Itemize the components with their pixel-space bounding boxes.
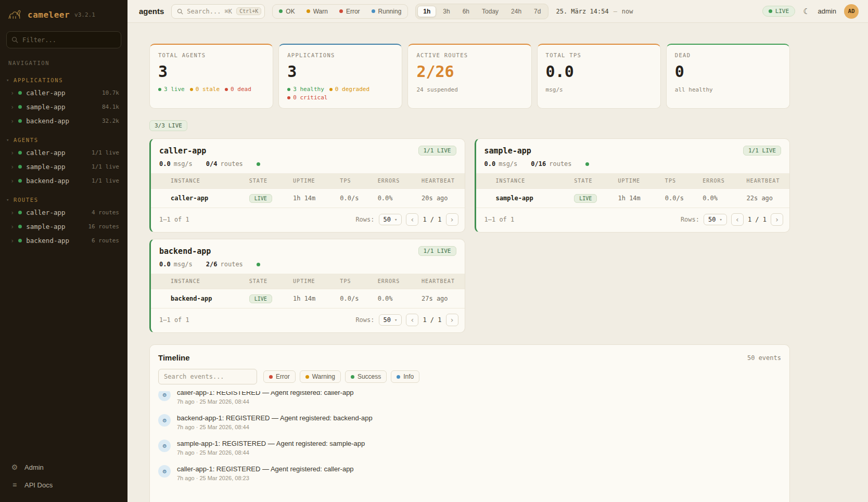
filter-chip-label: Warn <box>313 8 328 15</box>
api-docs-link[interactable]: ≡ API Docs <box>0 476 127 494</box>
timeline-event: ⚙ caller-app-1: REGISTERED — Agent regis… <box>150 460 789 486</box>
stat-title: APPLICATIONS <box>287 52 393 58</box>
range-3h[interactable]: 3h <box>437 6 455 17</box>
stat-value: 0.0 <box>546 63 652 80</box>
instances-table: INSTANCE STATE UPTIME TPS ERRORS HEARTBE… <box>151 274 465 308</box>
status-dot <box>18 165 22 169</box>
range-6h[interactable]: 6h <box>457 6 475 17</box>
sidebar-filter-input[interactable] <box>6 31 121 48</box>
page-indicator: 1 / 1 <box>423 316 441 324</box>
cell-uptime: 1h 14m <box>614 189 660 208</box>
cell-uptime: 1h 14m <box>289 189 336 208</box>
rows-label: Rows: <box>681 216 699 223</box>
sidebar-item-caller-app-agent[interactable]: › caller-app 1/1 live <box>0 146 127 160</box>
timeline-chip-info[interactable]: Info <box>391 370 419 383</box>
range-24h[interactable]: 24h <box>505 6 527 17</box>
admin-link[interactable]: ⚙ Admin <box>0 458 127 476</box>
range-1h[interactable]: 1h <box>417 6 436 17</box>
filter-chip-ok[interactable]: OK <box>274 6 299 17</box>
table-row[interactable]: caller-app LIVE 1h 14m 0.0/s 0.0% 20s ag… <box>151 189 465 208</box>
timeline-search-input[interactable] <box>158 369 257 384</box>
stat-title: TOTAL AGENTS <box>158 52 264 58</box>
search-icon <box>11 36 18 43</box>
range-dash: — <box>614 8 617 15</box>
app-card-sample-app: sample-app 1/1 LIVE 0.0 msg/s 0/16 route… <box>475 138 790 233</box>
next-page-button[interactable]: › <box>446 213 458 226</box>
sidebar-item-backend-app[interactable]: › backend-app 32.2k <box>0 114 127 128</box>
filter-chip-warn[interactable]: Warn <box>302 6 333 17</box>
timeline-chip-error[interactable]: Error <box>263 370 296 383</box>
rows-per-page-select[interactable]: 50 ▾ <box>379 314 402 326</box>
rows-per-page-select[interactable]: 50 ▾ <box>704 214 727 225</box>
app-card-title[interactable]: caller-app <box>159 146 206 156</box>
timeline-filters: Error Warning Success Info <box>150 369 789 391</box>
app-card-title[interactable]: backend-app <box>159 247 211 256</box>
status-dot <box>287 88 290 91</box>
next-page-button[interactable]: › <box>446 314 458 326</box>
sidebar-item-backend-app-routes[interactable]: › backend-app 6 routes <box>0 234 127 248</box>
sidebar-item-badge: 6 routes <box>92 237 119 244</box>
filter-chip-error[interactable]: Error <box>335 6 365 17</box>
sidebar-item-sample-app[interactable]: › sample-app 84.1k <box>0 100 127 114</box>
tps-unit: msg/s <box>499 160 517 168</box>
timeline-chip-warning[interactable]: Warning <box>300 370 341 383</box>
rows-per-page-select[interactable]: 50 ▾ <box>379 214 402 225</box>
app-logo[interactable]: cameleer v3.2.1 <box>0 0 127 25</box>
range-7d[interactable]: 7d <box>528 6 546 17</box>
caret-down-icon: ▾ <box>719 217 722 222</box>
sidebar-item-caller-app-routes[interactable]: › caller-app 4 routes <box>0 205 127 220</box>
live-status-badge: LIVE <box>762 6 796 17</box>
event-text: backend-app-1: REGISTERED — Agent regist… <box>177 414 373 422</box>
section-header-applications[interactable]: ▾ APPLICATIONS <box>0 74 127 86</box>
search-input[interactable] <box>187 8 233 15</box>
dark-mode-toggle[interactable]: ☾ <box>803 7 810 16</box>
sidebar-item-sample-app-agent[interactable]: › sample-app 1/1 live <box>0 160 127 174</box>
timeline-events-scroll[interactable]: ⚙ caller-app-1: REGISTERED — Agent regis… <box>150 391 789 486</box>
prev-page-button[interactable]: ‹ <box>406 213 418 226</box>
app-name: cameleer <box>28 10 70 20</box>
sidebar-item-sample-app-routes[interactable]: › sample-app 16 routes <box>0 220 127 234</box>
pagination-count: 1–1 of 1 <box>484 216 515 223</box>
rows-value: 50 <box>384 316 391 324</box>
prev-page-button[interactable]: ‹ <box>731 213 744 226</box>
table-row[interactable]: backend-app LIVE 1h 14m 0.0/s 0.0% 27s a… <box>151 289 465 308</box>
section-header-agents[interactable]: ▾ AGENTS <box>0 134 127 146</box>
prev-page-button[interactable]: ‹ <box>406 314 418 326</box>
section-title-label: APPLICATIONS <box>14 77 63 83</box>
stat-card-active-routes: ACTIVE ROUTES 2/26 24 suspended <box>407 44 531 109</box>
avatar[interactable]: AD <box>844 4 859 19</box>
cell-tps: 0.0/s <box>661 189 698 208</box>
sidebar-footer: ⚙ Admin ≡ API Docs <box>0 454 127 502</box>
stat-value: 3 <box>287 63 393 80</box>
rows-value: 50 <box>384 216 391 223</box>
sidebar-item-label: backend-app <box>26 237 69 244</box>
column-header: INSTANCE <box>492 173 570 189</box>
username: admin <box>818 7 836 15</box>
sidebar-item-backend-app-agent[interactable]: › backend-app 1/1 live <box>0 174 127 188</box>
sidebar-item-badge: 4 routes <box>92 209 119 216</box>
next-page-button[interactable]: › <box>771 213 783 226</box>
instances-table: INSTANCE STATE UPTIME TPS ERRORS HEARTBE… <box>151 173 465 208</box>
time-range-display: 25. März 14:54 — now <box>556 8 633 15</box>
sidebar-item-caller-app[interactable]: › caller-app 10.7k <box>0 86 127 100</box>
stats-row: TOTAL AGENTS 3 3 live 0 stale 0 dead APP… <box>149 44 790 109</box>
filter-chip-label: OK <box>286 8 295 15</box>
search-icon <box>177 8 183 15</box>
timeline-card: Timeline 50 events Error Warning Success <box>149 344 790 502</box>
filter-chip-label: Running <box>378 8 402 15</box>
routes-value: 2/6 <box>206 261 218 268</box>
column-header: UPTIME <box>289 274 336 289</box>
stat-sub-label: 3 live <box>164 86 185 93</box>
topbar-right: LIVE ☾ admin AD <box>762 4 859 19</box>
section-header-routes[interactable]: ▾ ROUTES <box>0 194 127 205</box>
chevron-right-icon: › <box>10 238 14 244</box>
table-row[interactable]: sample-app LIVE 1h 14m 0.0/s 0.0% 22s ag… <box>476 189 790 208</box>
timeline-chip-success[interactable]: Success <box>345 370 387 383</box>
chevron-right-icon: › <box>10 164 14 170</box>
caret-down-icon: ▾ <box>394 217 397 222</box>
filter-chip-running[interactable]: Running <box>367 6 406 17</box>
sidebar-item-label: sample-app <box>26 103 65 111</box>
app-card-title[interactable]: sample-app <box>484 146 531 156</box>
rows-value: 50 <box>708 216 716 223</box>
range-today[interactable]: Today <box>476 6 504 17</box>
